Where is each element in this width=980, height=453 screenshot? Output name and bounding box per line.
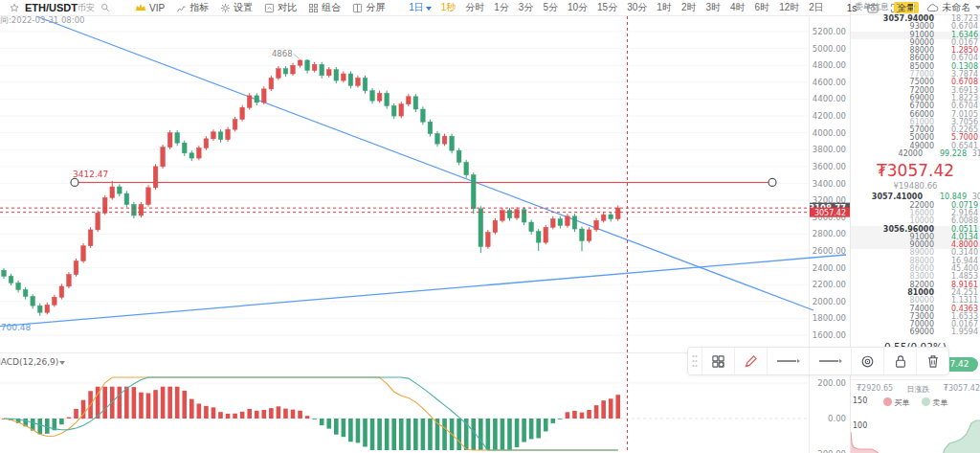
timeframe-3时[interactable]: 3时 — [705, 1, 721, 14]
timeframe-1s-premium[interactable]: 1秒 — [441, 1, 457, 14]
timeframe-list: 分时1分3分5分10分15分30分1时2时3时4时6时12时2日 — [460, 1, 829, 14]
menu-portfolio[interactable]: 组合 — [308, 1, 341, 14]
svg-text:3412.47: 3412.47 — [73, 170, 108, 179]
symbol-label[interactable]: ETH/USDT — [25, 2, 78, 13]
svg-text:时间:2022-03-31 08:00: 时间:2022-03-31 08:00 — [0, 15, 84, 25]
timeframe-10分[interactable]: 10分 — [568, 1, 588, 14]
timeframe-30分[interactable]: 30分 — [627, 1, 647, 14]
timeframe-12时[interactable]: 12时 — [779, 1, 799, 14]
svg-text:3057.42: 3057.42 — [814, 209, 846, 217]
svg-text:4000.00: 4000.00 — [813, 128, 846, 138]
drawing-toolbar — [687, 347, 949, 375]
template-grid-icon[interactable] — [702, 348, 734, 374]
svg-text:-200.00: -200.00 — [814, 449, 846, 453]
last-price-cny: ¥19480.66 — [851, 180, 980, 193]
svg-text:1800.00: 1800.00 — [813, 313, 846, 323]
buy-sell-area-chart — [851, 407, 980, 453]
svg-text:5200.00: 5200.00 — [813, 27, 846, 36]
timeframe-1时[interactable]: 1时 — [657, 1, 672, 14]
svg-text:2800.00: 2800.00 — [813, 229, 846, 238]
split-icon — [352, 3, 363, 13]
svg-text:4400.00: 4400.00 — [813, 94, 846, 103]
bid-list: 3057.4100010.8493058220000.0719160002.91… — [851, 193, 980, 336]
exchange-label: 币安 — [78, 2, 95, 14]
magnet-target-icon[interactable] — [851, 348, 883, 374]
svg-text:1600.00: 1600.00 — [813, 330, 846, 340]
mini-title: 日涨跌 — [907, 384, 930, 395]
line-style-select-1[interactable] — [767, 348, 809, 374]
mini-ytick-100: 100 — [853, 421, 867, 430]
fullscreen-icon[interactable] — [890, 3, 901, 13]
candlestick-chart[interactable]: 1700.483412.4748685200.005000.004800.004… — [0, 0, 980, 453]
svg-text:4800.00: 4800.00 — [813, 60, 846, 70]
pencil-draw-icon[interactable] — [734, 348, 767, 374]
timeframe-2日[interactable]: 2日 — [809, 1, 824, 14]
timeframe-15分[interactable]: 15分 — [597, 1, 617, 14]
order-info-panel: 委单信息 全量 3057.9400018.723930000.670491000… — [850, 0, 980, 453]
drag-handle[interactable] — [688, 348, 702, 374]
screenshot-camera-icon[interactable] — [867, 3, 879, 13]
timeframe-5分[interactable]: 5分 — [543, 1, 558, 14]
timeframe-分时[interactable]: 分时 — [465, 1, 484, 14]
trash-icon[interactable] — [916, 348, 948, 374]
svg-text:2600.00: 2600.00 — [813, 246, 846, 256]
timeframe-3分[interactable]: 3分 — [519, 1, 534, 14]
bid-row[interactable]: 690001.9594 — [851, 328, 980, 336]
svg-text:4868: 4868 — [272, 49, 293, 58]
svg-text:200.00: 200.00 — [817, 378, 846, 388]
timeframe-2时[interactable]: 2时 — [681, 1, 697, 14]
svg-text:4200.00: 4200.00 — [813, 111, 846, 121]
sell-dot-icon — [922, 397, 930, 406]
menu-splitscreen[interactable]: 分屏 — [352, 1, 385, 14]
top-toolbar: ETH/USDT 币安 VIP 指标 设置 对比 组合 分屏 — [0, 0, 850, 16]
crown-icon — [135, 3, 146, 12]
gear-icon — [220, 3, 231, 13]
ask-row[interactable]: 4200099.2283100 — [851, 150, 980, 158]
lock-icon[interactable] — [883, 348, 916, 374]
favorite-star-icon[interactable] — [10, 3, 19, 12]
svg-text:3600.00: 3600.00 — [813, 162, 846, 171]
cloud-save-button[interactable]: 未命名 — [926, 1, 980, 14]
compare-icon — [264, 3, 275, 13]
search-icon[interactable] — [100, 3, 110, 12]
ask-list: 3057.9400018.723930000.6704910001.634690… — [851, 15, 980, 158]
trading-app: { "toolbar": { "symbol": "ETH/USDT", "ex… — [0, 0, 980, 453]
svg-text:3400.00: 3400.00 — [813, 179, 846, 189]
timeframe-1分[interactable]: 1分 — [494, 1, 509, 14]
grid-icon — [308, 3, 319, 13]
daily-ratio-panel: ₮2920.65 日涨跌 ₮3057.42 买单 卖单 150 100 — [851, 384, 980, 453]
line-style-select-2[interactable] — [809, 348, 851, 374]
svg-text:2400.00: 2400.00 — [813, 263, 846, 273]
svg-text:2200.00: 2200.00 — [813, 280, 846, 289]
svg-text:2000.00: 2000.00 — [813, 297, 846, 306]
svg-text:0.00: 0.00 — [828, 414, 846, 423]
menu-compare[interactable]: 对比 — [264, 1, 297, 14]
menu-indicators[interactable]: 指标 — [176, 1, 209, 14]
buy-dot-icon — [883, 397, 892, 406]
timeframe-6时[interactable]: 6时 — [755, 1, 770, 14]
svg-text:5000.00: 5000.00 — [813, 44, 846, 54]
timeframe-4时[interactable]: 4时 — [730, 1, 746, 14]
last-price: ₮3057.42 — [851, 158, 980, 180]
svg-text:4600.00: 4600.00 — [813, 78, 846, 87]
mini-ytick-150: 150 — [853, 396, 867, 405]
vip-button[interactable]: VIP — [135, 3, 165, 13]
menu-settings[interactable]: 设置 — [220, 1, 253, 14]
mini-right-price: ₮3057.42 — [944, 384, 980, 395]
svg-text:MACD(12,26,9): MACD(12,26,9) — [0, 357, 58, 367]
speed-label[interactable]: 1s — [847, 3, 858, 13]
svg-text:1700.48: 1700.48 — [0, 323, 31, 332]
indicator-icon — [176, 3, 187, 13]
cloud-icon — [926, 3, 939, 12]
timeframe-1d-selected[interactable]: 1日 — [409, 1, 432, 14]
svg-text:3800.00: 3800.00 — [813, 145, 846, 154]
mini-left-price: ₮2920.65 — [857, 384, 893, 395]
